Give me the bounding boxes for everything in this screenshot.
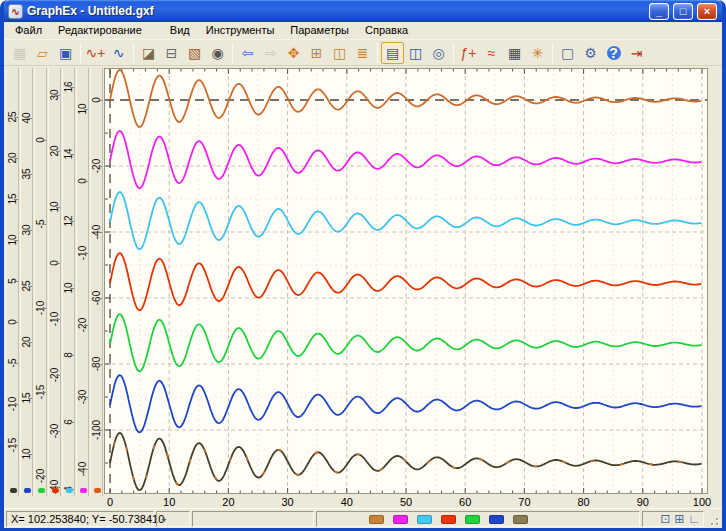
y-tick-mark <box>56 375 60 376</box>
y-tick-mark <box>42 476 46 477</box>
y-tick-mark <box>14 363 18 364</box>
x-tick-label: 90 <box>637 496 649 508</box>
x-tick-label: 30 <box>281 496 293 508</box>
new-button[interactable]: ▦ <box>8 42 31 64</box>
menu-file[interactable]: Файл <box>7 22 50 39</box>
chart-image-icon: ◪ <box>142 46 155 60</box>
y-tick-mark <box>14 404 18 405</box>
y-tick-mark <box>28 454 32 455</box>
edit-curve-button[interactable]: ∿ <box>107 42 130 64</box>
axis-dark-marker <box>10 488 17 493</box>
y-tick-mark <box>70 355 74 356</box>
y-tick-mark <box>14 158 18 159</box>
series-swatches-panel <box>316 511 640 527</box>
help-button[interactable]: ? <box>602 42 625 64</box>
toolbar-separator <box>133 43 134 63</box>
prev-view-button[interactable]: ⇦ <box>236 42 259 64</box>
selection-box-icon: ▢ <box>561 46 574 60</box>
y-tick-mark <box>42 392 46 393</box>
add-function-button[interactable]: ƒ+ <box>457 42 480 64</box>
fit-view-button[interactable]: ✥ <box>282 42 305 64</box>
x-tick-label: 100 <box>693 496 711 508</box>
x-tick-label: 20 <box>222 496 234 508</box>
add-curve-button[interactable]: ∿+ <box>84 42 107 64</box>
horizontal-layout-button[interactable]: ≣ <box>351 42 374 64</box>
y-tick-mark <box>98 166 102 167</box>
spike-curve-icon: ≈ <box>488 46 496 60</box>
y-tick-mark <box>28 286 32 287</box>
menu-edit[interactable]: Редактирование <box>50 22 150 39</box>
split-axes-button[interactable]: ◫ <box>404 42 427 64</box>
graphex-window: ∿ GraphEx - Untitled.gxf _ □ × ФайлРедак… <box>0 0 726 531</box>
y-tick-mark <box>98 430 102 431</box>
export-chart-button[interactable]: ▧ <box>183 42 206 64</box>
snapshot-button[interactable]: ◉ <box>206 42 229 64</box>
chart-window-button[interactable]: ◪ <box>137 42 160 64</box>
y-tick-mark <box>56 319 60 320</box>
stacked-axes-button[interactable]: ▤ <box>381 42 404 64</box>
swatch-olive[interactable] <box>513 515 528 524</box>
axis-blue[interactable]: 40353025201510 <box>20 68 33 496</box>
maximize-button[interactable]: □ <box>673 3 693 20</box>
arrow-right-icon: ⇨ <box>265 46 277 60</box>
data-table-button[interactable]: ▦ <box>503 42 526 64</box>
y-tick-mark <box>14 445 18 446</box>
y-tick-mark <box>28 398 32 399</box>
x-tick-label: 70 <box>518 496 530 508</box>
axis-magenta[interactable]: 100-10-20-30-40 <box>76 68 89 496</box>
open-button[interactable]: ▱ <box>31 42 54 64</box>
axis-blue-marker <box>24 488 31 493</box>
toolbar-separator <box>377 43 378 63</box>
minimize-button[interactable]: _ <box>649 3 669 20</box>
y-tick-mark <box>70 221 74 222</box>
curve-icon: ∿ <box>113 46 125 60</box>
axis-green[interactable]: 0-5-10-15-20 <box>34 68 47 496</box>
axis-red-marker <box>52 488 59 493</box>
plot-area[interactable] <box>104 68 708 494</box>
axes-origin-icon[interactable]: ∟ <box>688 512 700 526</box>
exit-button[interactable]: ⇥ <box>625 42 648 64</box>
vertical-layout-button[interactable]: ◫ <box>328 42 351 64</box>
y-tick-mark <box>14 240 18 241</box>
preview-zoom-button[interactable]: ◎ <box>427 42 450 64</box>
settings-button[interactable]: ⚙ <box>579 42 602 64</box>
toolbar-separator <box>80 43 81 63</box>
axis-cyan[interactable]: 16141210864 <box>62 68 75 496</box>
y-tick-mark <box>84 469 88 470</box>
axis-main-marker <box>94 488 101 493</box>
swatch-red[interactable] <box>441 515 456 524</box>
menu-tools[interactable]: Инструменты <box>198 22 283 39</box>
menu-options[interactable]: Параметры <box>282 22 357 39</box>
y-tick-mark <box>42 224 46 225</box>
swatch-blue[interactable] <box>489 515 504 524</box>
title-bar[interactable]: ∿ GraphEx - Untitled.gxf _ □ × <box>4 0 722 22</box>
menu-view[interactable]: Вид <box>162 22 198 39</box>
select-region-button[interactable]: ▢ <box>556 42 579 64</box>
close-button[interactable]: × <box>697 3 717 20</box>
swatch-magenta[interactable] <box>393 515 408 524</box>
axis-main[interactable]: 0-20-40-60-80-100 <box>90 68 103 496</box>
swatch-orange[interactable] <box>369 515 384 524</box>
print-button[interactable]: ⊟ <box>160 42 183 64</box>
next-view-button[interactable]: ⇨ <box>259 42 282 64</box>
swatch-cyan[interactable] <box>417 515 432 524</box>
zoom-reset-icon[interactable]: ⊞ <box>674 512 684 526</box>
resize-grip[interactable] <box>706 511 720 527</box>
zoom-box-icon[interactable]: ⊡ <box>660 512 670 526</box>
axis-dark[interactable]: 2520151050-5-10-15 <box>6 68 19 496</box>
x-tick-label: 80 <box>577 496 589 508</box>
y-tick-mark <box>56 263 60 264</box>
status-icons-panel: ⊡⊞∟ <box>642 511 704 527</box>
x-tick-label: 0 <box>107 496 113 508</box>
save-button[interactable]: ▣ <box>54 42 77 64</box>
chart-content: 2520151050-5-10-15403530252015100-5-10-1… <box>4 66 722 508</box>
smooth-button[interactable]: ✳ <box>526 42 549 64</box>
menu-help[interactable]: Справка <box>357 22 416 39</box>
x-tick-label: 10 <box>163 496 175 508</box>
y-tick-mark <box>14 281 18 282</box>
y-tick-mark <box>42 140 46 141</box>
analyze-curve-button[interactable]: ≈ <box>480 42 503 64</box>
split-grid-button[interactable]: ⊞ <box>305 42 328 64</box>
axis-red[interactable]: 3020100-10-20-30-40 <box>48 68 61 496</box>
swatch-green[interactable] <box>465 515 480 524</box>
